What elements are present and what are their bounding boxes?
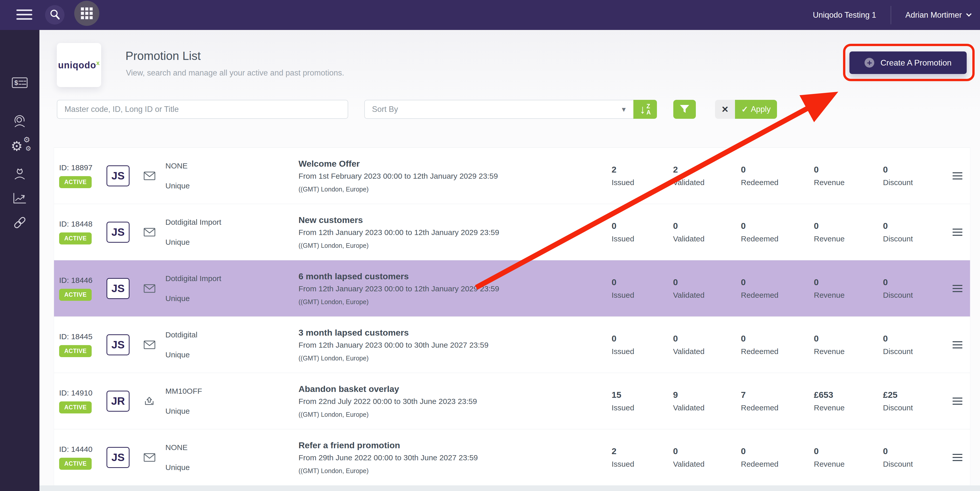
stat-issued: 2 Issued [612, 446, 673, 469]
promotion-timezone: ((GMT) London, Europe) [299, 411, 612, 418]
link-icon[interactable] [0, 215, 40, 230]
stat-redeemed: 0 Redeemed [741, 277, 814, 300]
page-subtitle: View, search and manage all your active … [126, 68, 344, 78]
promotion-timezone: ((GMT) London, Europe) [299, 186, 612, 193]
code-type: Unique [165, 181, 299, 190]
org-name[interactable]: Uniqodo Testing 1 [813, 11, 876, 20]
stat-discount: 0 Discount [883, 277, 942, 300]
search-icon [48, 8, 61, 21]
promotion-row[interactable]: ID: 18897 ACTIVE JS NONE Unique Welcome … [54, 148, 970, 204]
search-button[interactable] [45, 5, 65, 25]
promotion-row[interactable]: ID: 18445 ACTIVE JS Dotdigital Unique 3 … [54, 317, 970, 373]
settings-gears-icon[interactable]: ⚙⚙⚙ [0, 140, 40, 155]
sort-by-label: Sort By [372, 105, 398, 114]
search-input[interactable] [57, 100, 348, 119]
stat-revenue: 0 Revenue [814, 334, 883, 356]
page-title: Promotion List [126, 49, 201, 63]
stat-validated: 0 Validated [673, 277, 741, 300]
voucher-icon[interactable]: $ [0, 76, 40, 89]
promotion-row[interactable]: ID: 18446 ACTIVE JS Dotdigital Import Un… [54, 261, 970, 317]
topbar-divider [891, 6, 891, 24]
promotion-row[interactable]: ID: 14440 ACTIVE JS NONE Unique Refer a … [54, 429, 970, 486]
envelope-icon [144, 284, 155, 293]
apps-button[interactable] [74, 1, 99, 26]
promotion-list: ID: 18897 ACTIVE JS NONE Unique Welcome … [54, 148, 970, 486]
stat-redeemed: 0 Redeemed [741, 165, 814, 187]
stat-revenue: 0 Revenue [814, 221, 883, 243]
promotion-title: Refer a friend promotion [299, 440, 612, 450]
promotion-title: 3 month lapsed customers [299, 328, 612, 338]
status-badge: ACTIVE [59, 401, 92, 413]
promotion-row[interactable]: ID: 14910 ACTIVE JR MM10OFF Unique Aband… [54, 373, 970, 429]
row-menu-icon[interactable] [942, 285, 963, 292]
promotion-dates: From 12th January 2023 00:00 to 30th Jun… [299, 341, 612, 350]
row-menu-icon[interactable] [942, 454, 963, 461]
promotion-code: Dotdigital [165, 331, 299, 339]
stat-discount: 0 Discount [883, 446, 942, 469]
stat-issued: 15 Issued [612, 390, 673, 412]
generator-badge: JR [107, 391, 130, 412]
stat-redeemed: 7 Redeemed [741, 390, 814, 412]
promotion-dates: From 29th June 2022 00:00 to 30th June 2… [299, 453, 612, 462]
footer-strip [40, 485, 980, 491]
uniqodo-logo: uniqodox [58, 59, 100, 71]
status-badge: ACTIVE [59, 232, 92, 245]
generator-badge: JS [107, 334, 130, 355]
stat-discount: 0 Discount [883, 221, 942, 243]
promotion-dates: From 12th January 2023 00:00 to 12th Jan… [299, 228, 612, 237]
promotion-timezone: ((GMT) London, Europe) [299, 467, 612, 475]
promotion-id: ID: 18448 [59, 220, 107, 228]
svg-text:$: $ [14, 79, 18, 87]
user-menu[interactable]: Adrian Mortimer [905, 11, 962, 20]
promotion-id: ID: 18897 [59, 163, 107, 172]
promotion-title: New customers [299, 215, 612, 225]
stat-revenue: £653 Revenue [814, 390, 883, 412]
stat-issued: 0 Issued [612, 334, 673, 356]
promotion-code: NONE [165, 443, 299, 452]
promotion-dates: From 12th January 2023 00:00 to 12th Jan… [299, 284, 612, 293]
account-person-icon[interactable] [0, 166, 40, 181]
stat-revenue: 0 Revenue [814, 446, 883, 469]
create-promotion-button[interactable]: + Create A Promotion [850, 51, 967, 74]
promotion-code: Dotdigital Import [165, 218, 299, 227]
sort-direction-button[interactable]: ↓ ZA [633, 100, 657, 119]
sort-by-select[interactable]: Sort By ▾ ↓ ZA [364, 100, 657, 119]
stat-redeemed: 0 Redeemed [741, 221, 814, 243]
promotion-timezone: ((GMT) London, Europe) [299, 298, 612, 306]
chevron-down-icon[interactable] [966, 11, 972, 17]
apply-button[interactable]: ✓ Apply [735, 100, 777, 119]
support-agent-icon[interactable] [0, 113, 40, 128]
plus-circle-icon: + [865, 58, 874, 68]
envelope-icon [144, 453, 155, 462]
envelope-icon [144, 228, 155, 237]
code-type: Unique [165, 294, 299, 303]
promotion-title: Welcome Offer [299, 159, 612, 169]
clear-filters-button[interactable]: ✕ [715, 100, 735, 119]
generator-badge: JS [107, 278, 130, 299]
filter-button[interactable] [673, 100, 696, 119]
stat-redeemed: 0 Redeemed [741, 446, 814, 469]
row-menu-icon[interactable] [942, 172, 963, 180]
generator-badge: JS [107, 447, 130, 468]
main-content: uniqodox Promotion List View, search and… [40, 30, 980, 491]
analytics-chart-icon[interactable] [0, 191, 40, 205]
row-menu-icon[interactable] [942, 229, 963, 236]
topbar: Uniqodo Testing 1 Adrian Mortimer [0, 0, 980, 30]
menu-hamburger-icon[interactable] [16, 10, 32, 21]
brand-logo-card: uniqodox [57, 43, 101, 87]
caret-down-icon: ▾ [622, 105, 626, 114]
promotion-row[interactable]: ID: 18448 ACTIVE JS Dotdigital Import Un… [54, 204, 970, 261]
stat-validated: 0 Validated [673, 446, 741, 469]
row-menu-icon[interactable] [942, 397, 963, 405]
stat-discount: 0 Discount [883, 165, 942, 187]
envelope-icon [144, 172, 155, 180]
stat-issued: 0 Issued [612, 277, 673, 300]
row-menu-icon[interactable] [942, 341, 963, 348]
upload-icon [144, 397, 155, 406]
status-badge: ACTIVE [59, 458, 92, 470]
promotion-id: ID: 14440 [59, 445, 107, 454]
status-badge: ACTIVE [59, 345, 92, 357]
promotion-timezone: ((GMT) London, Europe) [299, 242, 612, 249]
promotion-id: ID: 18445 [59, 332, 107, 341]
apps-grid-icon [81, 8, 93, 19]
